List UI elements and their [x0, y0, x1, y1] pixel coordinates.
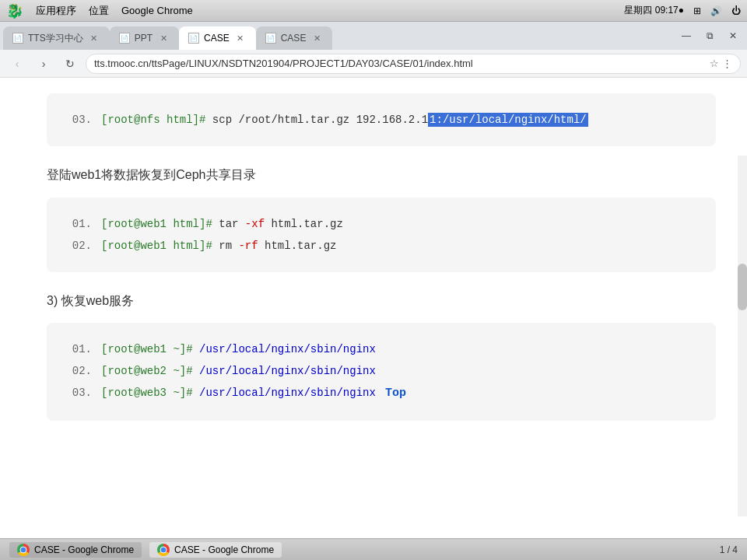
minimize-button[interactable]: —	[675, 27, 697, 44]
tab-favicon-tts: 📄	[12, 33, 23, 44]
tab-close-case1[interactable]: ✕	[234, 32, 247, 44]
top-code-block: 03. [root@nfs html]# scp /root/html.tar.…	[47, 93, 716, 146]
url-bar[interactable]: tts.tmooc.cn/ttsPage/LINUX/NSDTN201904/P…	[86, 54, 741, 74]
forward-button[interactable]: ›	[33, 53, 54, 75]
code-text-top: [root@nfs html]# scp /root/html.tar.gz 1…	[101, 109, 588, 131]
page-indicator: 1 / 4	[720, 544, 738, 555]
os-logo[interactable]: 🐉	[6, 2, 23, 19]
close-button[interactable]: ✕	[722, 27, 744, 44]
tabs-bar: 📄 TTS学习中心 ✕ 📄 PPT ✕ 📄 CASE ✕ 📄 CASE ✕ — …	[0, 22, 747, 50]
code-line-s2-03: 03. [root@web3 ~]# /usr/local/nginx/sbin…	[70, 382, 693, 405]
chrome-window: 📄 TTS学习中心 ✕ 📄 PPT ✕ 📄 CASE ✕ 📄 CASE ✕ — …	[0, 22, 747, 560]
chrome-icon-1	[17, 544, 30, 556]
section2-heading: 3) 恢复web服务	[47, 291, 716, 311]
window-controls: — ⧉ ✕	[675, 22, 747, 50]
tab-title-case2: CASE	[281, 33, 307, 44]
tar-file: html.tar.gz	[265, 218, 343, 230]
tab-ppt[interactable]: 📄 PPT ✕	[110, 26, 179, 50]
line-num-s2-02: 02.	[70, 360, 92, 382]
address-bar: ‹ › ↻ tts.tmooc.cn/ttsPage/LINUX/NSDTN20…	[0, 50, 747, 78]
code-text-s2-02: [root@web2 ~]# /usr/local/nginx/sbin/ngi…	[101, 360, 376, 382]
menu-icon[interactable]: ⋮	[722, 58, 732, 69]
maximize-button[interactable]: ⧉	[699, 27, 721, 44]
bookmark-icon[interactable]: ☆	[710, 58, 719, 69]
prompt-web1: [root@web1 ~]#	[101, 343, 193, 355]
tab-title-tts: TTS学习中心	[28, 32, 83, 45]
tab-title-ppt: PPT	[135, 33, 153, 44]
os-volume-icon: 🔊	[710, 5, 722, 16]
section2-code-block: 01. [root@web1 ~]# /usr/local/nginx/sbin…	[47, 323, 716, 421]
os-time: 星期四 09:17●	[624, 4, 684, 17]
page-content: 03. [root@nfs html]# scp /root/html.tar.…	[0, 78, 747, 538]
nginx-cmd-1: /usr/local/nginx/sbin/nginx	[193, 343, 376, 355]
section1-code-block: 01. [root@web1 html]# tar -xf html.tar.g…	[47, 198, 716, 272]
line-num-top: 03.	[70, 109, 92, 131]
tab-title-case1: CASE	[204, 33, 230, 44]
scrollbar-track	[738, 156, 747, 516]
tar-flag: -xf	[245, 218, 265, 230]
code-text-s2-01: [root@web1 ~]# /usr/local/nginx/sbin/ngi…	[101, 338, 376, 360]
scrollbar-thumb[interactable]	[738, 264, 747, 310]
url-icons: ☆ ⋮	[710, 58, 732, 69]
taskbar-item-2[interactable]: CASE - Google Chrome	[149, 542, 282, 558]
code-line-top: 03. [root@nfs html]# scp /root/html.tar.…	[70, 109, 693, 131]
section1-heading: 登陆web1将数据恢复到Ceph共享目录	[47, 165, 716, 185]
rm-flag: -rf	[238, 240, 258, 252]
line-num-s2-01: 01.	[70, 338, 92, 360]
scp-cmd: scp /root/html.tar.gz 192.168.2.1	[205, 114, 428, 126]
refresh-button[interactable]: ↻	[59, 53, 81, 75]
os-topbar-left: 🐉 应用程序 位置 Google Chrome	[6, 2, 193, 19]
top-link[interactable]: Top	[385, 382, 406, 405]
tab-case-active[interactable]: 📄 CASE ✕	[179, 26, 256, 50]
highlighted-path: 1:/usr/local/nginx/html/	[428, 113, 588, 127]
prompt-web1-html1: [root@web1 html]#	[101, 218, 212, 230]
taskbar-label-1: CASE - Google Chrome	[34, 544, 134, 555]
code-line-s2-02: 02. [root@web2 ~]# /usr/local/nginx/sbin…	[70, 360, 693, 382]
os-power-icon: ⏻	[731, 5, 741, 16]
code-line-s1-02: 02. [root@web1 html]# rm -rf html.tar.gz	[70, 235, 693, 257]
tab-close-tts[interactable]: ✕	[88, 32, 100, 44]
code-text-s1-02: [root@web1 html]# rm -rf html.tar.gz	[101, 235, 336, 257]
prompt-web1-html2: [root@web1 html]#	[101, 240, 212, 252]
taskbar: CASE - Google Chrome CASE - Google Chrom…	[0, 538, 747, 560]
line-num-s1-02: 02.	[70, 235, 92, 257]
line-num-s2-03: 03.	[70, 382, 92, 404]
os-topbar-right: 星期四 09:17● ⊞ 🔊 ⏻	[624, 4, 741, 17]
code-text-s2-03: [root@web3 ~]# /usr/local/nginx/sbin/ngi…	[101, 382, 376, 404]
chrome-icon-2	[157, 544, 170, 556]
tab-tts[interactable]: 📄 TTS学习中心 ✕	[3, 26, 110, 50]
os-apps-menu[interactable]: 应用程序	[36, 4, 76, 18]
tab-favicon-case1: 📄	[188, 33, 199, 44]
url-text: tts.tmooc.cn/ttsPage/LINUX/NSDTN201904/P…	[94, 58, 710, 69]
taskbar-label-2: CASE - Google Chrome	[174, 544, 274, 555]
code-line-s2-01: 01. [root@web1 ~]# /usr/local/nginx/sbin…	[70, 338, 693, 360]
tar-cmd: tar	[212, 218, 245, 230]
prompt-nfs: [root@nfs html]#	[101, 114, 205, 126]
tab-favicon-ppt: 📄	[119, 33, 130, 44]
code-line-s1-01: 01. [root@web1 html]# tar -xf html.tar.g…	[70, 213, 693, 235]
nginx-cmd-2: /usr/local/nginx/sbin/nginx	[193, 365, 376, 377]
rm-cmd: rm	[212, 240, 239, 252]
back-button[interactable]: ‹	[6, 53, 28, 75]
os-window-title: Google Chrome	[121, 5, 193, 16]
tab-favicon-case2: 📄	[265, 33, 276, 44]
rm-file: html.tar.gz	[258, 240, 337, 252]
os-network-icon: ⊞	[693, 5, 701, 16]
prompt-web2: [root@web2 ~]#	[101, 365, 193, 377]
code-text-s1-01: [root@web1 html]# tar -xf html.tar.gz	[101, 213, 343, 235]
line-num-s1-01: 01.	[70, 213, 92, 235]
os-position-menu[interactable]: 位置	[89, 4, 109, 18]
tab-close-case2[interactable]: ✕	[310, 32, 323, 44]
nginx-cmd-3: /usr/local/nginx/sbin/nginx	[193, 387, 376, 399]
taskbar-item-1[interactable]: CASE - Google Chrome	[9, 542, 142, 558]
tab-close-ppt[interactable]: ✕	[157, 32, 170, 44]
os-topbar: 🐉 应用程序 位置 Google Chrome 星期四 09:17● ⊞ 🔊 ⏻	[0, 0, 747, 22]
prompt-web3: [root@web3 ~]#	[101, 387, 193, 399]
tab-case2[interactable]: 📄 CASE ✕	[256, 26, 333, 50]
